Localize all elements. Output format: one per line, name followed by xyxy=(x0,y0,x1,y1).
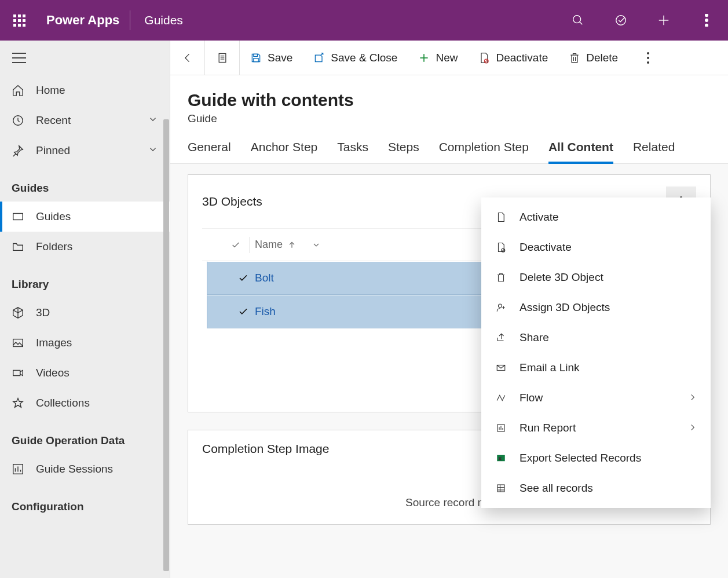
menu-label: Delete 3D Object xyxy=(520,271,603,284)
trash-icon xyxy=(495,272,507,283)
cmd-label: Save xyxy=(268,52,292,64)
svg-rect-21 xyxy=(254,58,258,61)
records-icon xyxy=(495,483,507,493)
tab-steps[interactable]: Steps xyxy=(388,140,419,163)
menu-label: Share xyxy=(520,331,549,344)
row-check-icon[interactable] xyxy=(232,306,255,317)
menu-email-link[interactable]: Email a Link xyxy=(481,353,711,383)
context-menu: Activate Deactivate Delete 3D Object Ass… xyxy=(481,197,711,508)
menu-assign[interactable]: Assign 3D Objects xyxy=(481,292,711,323)
row-name[interactable]: Fish xyxy=(255,305,276,318)
task-icon[interactable] xyxy=(599,0,642,41)
svg-rect-14 xyxy=(13,370,20,375)
tab-related[interactable]: Related xyxy=(633,140,675,163)
menu-run-report[interactable]: Run Report xyxy=(481,413,711,443)
hamburger-icon[interactable] xyxy=(0,41,38,75)
svg-rect-13 xyxy=(13,339,23,347)
tab-anchor-step[interactable]: Anchor Step xyxy=(251,140,318,163)
more-vertical-icon[interactable] xyxy=(685,0,728,41)
svg-point-0 xyxy=(573,16,581,23)
tab-completion-step[interactable]: Completion Step xyxy=(439,140,529,163)
record-set-button[interactable] xyxy=(205,41,240,75)
nav-pinned[interactable]: Pinned xyxy=(0,136,170,166)
flow-icon xyxy=(495,393,507,403)
row-name[interactable]: Bolt xyxy=(255,272,274,284)
record-entity: Guide xyxy=(188,112,711,125)
back-button[interactable] xyxy=(170,41,205,75)
new-button[interactable]: New xyxy=(408,41,468,75)
cmd-label: Delete xyxy=(586,52,618,64)
nav-guides[interactable]: Guides xyxy=(0,202,170,232)
add-icon[interactable] xyxy=(642,0,685,41)
column-label: Name xyxy=(255,239,283,251)
tabs: General Anchor Step Tasks Steps Completi… xyxy=(170,125,728,164)
excel-icon: x xyxy=(495,453,507,463)
svg-point-6 xyxy=(705,19,708,21)
svg-rect-41 xyxy=(497,485,504,492)
cmdbar-more-icon[interactable] xyxy=(634,41,662,75)
menu-label: Run Report xyxy=(520,422,576,434)
save-button[interactable]: Save xyxy=(240,41,303,75)
menu-activate[interactable]: Activate xyxy=(481,202,711,232)
nav-recent[interactable]: Recent xyxy=(0,105,170,136)
share-icon xyxy=(495,332,507,343)
nav-label: Images xyxy=(36,336,72,349)
topbar: Power Apps Guides xyxy=(0,0,728,41)
svg-point-30 xyxy=(647,61,649,64)
menu-label: See all records xyxy=(520,482,593,495)
tab-all-content[interactable]: All Content xyxy=(548,140,613,163)
nav-label: Folders xyxy=(36,240,72,253)
menu-delete-3d[interactable]: Delete 3D Object xyxy=(481,262,711,292)
tab-tasks[interactable]: Tasks xyxy=(337,140,368,163)
cube-icon xyxy=(12,306,36,319)
assign-icon xyxy=(495,302,507,313)
report-icon xyxy=(495,423,507,433)
image-icon xyxy=(12,336,36,349)
cmd-label: Save & Close xyxy=(331,52,397,64)
column-name[interactable]: Name xyxy=(255,239,321,251)
nav-videos[interactable]: Videos xyxy=(0,358,170,388)
brand-title[interactable]: Power Apps xyxy=(38,0,127,41)
deactivate-button[interactable]: Deactivate xyxy=(468,41,558,75)
menu-deactivate[interactable]: Deactivate xyxy=(481,232,711,262)
nav-sessions[interactable]: Guide Sessions xyxy=(0,454,170,484)
nav-home[interactable]: Home xyxy=(0,75,170,105)
save-close-button[interactable]: Save & Close xyxy=(303,41,408,75)
nav-images[interactable]: Images xyxy=(0,328,170,358)
menu-flow[interactable]: Flow xyxy=(481,383,711,413)
row-check-icon[interactable] xyxy=(232,273,255,283)
nav-3d[interactable]: 3D xyxy=(0,298,170,328)
guide-icon xyxy=(12,210,36,223)
clock-icon xyxy=(12,114,36,127)
svg-point-5 xyxy=(705,14,708,16)
menu-share[interactable]: Share xyxy=(481,323,711,353)
svg-line-1 xyxy=(580,22,583,25)
record-title: Guide with contents xyxy=(188,90,711,110)
tab-general[interactable]: General xyxy=(188,140,231,163)
app-name[interactable]: Guides xyxy=(133,13,195,27)
cmd-label: New xyxy=(436,52,458,64)
search-icon[interactable] xyxy=(557,0,599,41)
cmd-label: Deactivate xyxy=(496,52,548,64)
nav-label: Guides xyxy=(36,210,71,223)
delete-button[interactable]: Delete xyxy=(558,41,628,75)
menu-export[interactable]: x Export Selected Records xyxy=(481,443,711,473)
scrollbar[interactable] xyxy=(163,119,169,571)
content-area: 3D Objects Edit Name xyxy=(170,164,728,578)
menu-see-all[interactable]: See all records xyxy=(481,473,711,503)
main: Save Save & Close New Deactivate Delete xyxy=(170,41,728,578)
select-all-check-icon[interactable] xyxy=(226,240,245,250)
nav-label: Videos xyxy=(36,367,69,379)
nav-collections[interactable]: Collections xyxy=(0,388,170,418)
menu-label: Flow xyxy=(520,392,543,404)
nav-label: Guide Sessions xyxy=(36,463,113,475)
svg-line-25 xyxy=(485,60,488,62)
svg-rect-12 xyxy=(13,214,23,220)
nav-label: 3D xyxy=(36,306,50,319)
nav-folders[interactable]: Folders xyxy=(0,232,170,262)
sort-up-icon xyxy=(287,240,297,250)
app-launcher-icon[interactable] xyxy=(0,0,38,41)
nav-label: Collections xyxy=(36,397,90,409)
nav-label: Home xyxy=(36,84,65,97)
nav-section-config: Configuration xyxy=(0,484,170,520)
